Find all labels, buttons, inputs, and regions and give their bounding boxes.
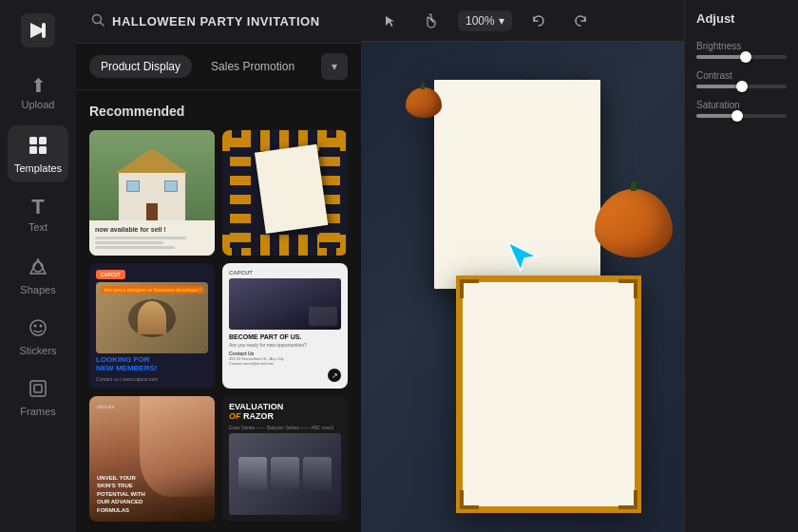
pumpkin-small <box>406 87 442 118</box>
svg-rect-1 <box>42 23 46 38</box>
svg-point-10 <box>40 324 43 327</box>
template-card-evaluation[interactable]: EVALUATIONOF RAZOR Draw Series —— Babylo… <box>222 396 348 522</box>
svg-marker-17 <box>508 242 537 271</box>
saturation-slider-row: Saturation <box>696 100 787 118</box>
svg-rect-4 <box>29 146 37 154</box>
pumpkin-large <box>595 189 673 257</box>
sidebar-item-label: Stickers <box>19 345 56 356</box>
sidebar-item-text[interactable]: T Text <box>8 186 68 243</box>
svg-rect-3 <box>39 137 47 144</box>
svg-rect-11 <box>30 381 46 396</box>
section-title: Recommended <box>89 104 348 119</box>
filter-product-display[interactable]: Product Display <box>89 55 192 78</box>
svg-rect-12 <box>34 385 42 392</box>
sidebar-item-label: Text <box>28 221 48 233</box>
brightness-slider-row: Brightness <box>696 41 787 59</box>
contrast-slider-row: Contrast <box>696 70 787 88</box>
svg-rect-5 <box>39 146 47 154</box>
filter-bar: Product Display Sales Promotion ▾ <box>76 44 361 90</box>
brightness-fill <box>696 55 746 59</box>
brightness-label: Brightness <box>696 41 787 51</box>
search-query: HALLOWEEN PARTY INVITATION <box>112 14 320 28</box>
main-area: 100% ▾ <box>361 0 684 532</box>
sidebar-item-frames[interactable]: Frames <box>8 369 68 426</box>
sidebar-item-shapes[interactable]: Shapes <box>8 247 68 304</box>
upload-icon: ⬆ <box>30 76 47 95</box>
template-card-beauty[interactable]: UNVEIL YOURSKIN'S TRUEPOTENTIAL WITHOUR … <box>89 396 215 522</box>
saturation-thumb[interactable] <box>732 110 743 122</box>
sidebar-item-upload[interactable]: ⬆ Upload <box>8 65 68 122</box>
search-bar: HALLOWEEN PARTY INVITATION <box>76 0 361 44</box>
template-grid: now available for sell ! <box>89 130 348 522</box>
svg-rect-2 <box>29 137 37 144</box>
frames-icon <box>28 378 48 402</box>
sidebar-item-label: Upload <box>22 99 55 110</box>
redo-button[interactable] <box>565 10 596 32</box>
template-card-halloween[interactable] <box>222 130 348 256</box>
sidebar-item-label: Templates <box>14 162 62 174</box>
sidebar-item-templates[interactable]: Templates <box>8 125 68 182</box>
sidebar-item-label: Frames <box>20 406 55 417</box>
cursor-arrow <box>504 238 542 279</box>
filter-sales-promotion[interactable]: Sales Promotion <box>200 55 306 78</box>
svg-line-14 <box>101 23 104 27</box>
contrast-fill <box>696 85 742 88</box>
filter-dropdown-button[interactable]: ▾ <box>321 53 348 80</box>
zoom-dropdown-icon: ▾ <box>499 14 504 28</box>
contrast-track[interactable] <box>696 85 787 88</box>
adjust-panel: Adjust Brightness Contrast Saturation <box>684 0 798 532</box>
svg-point-9 <box>34 324 37 327</box>
template-card-become[interactable]: CAPCUT BECOME PART OF US. Are you ready … <box>222 263 348 389</box>
shapes-icon <box>28 256 48 280</box>
templates-panel: Recommended now available for sell ! <box>76 90 361 532</box>
text-icon: T <box>31 197 44 218</box>
sidebar-item-label: Shapes <box>20 284 55 295</box>
sidebar: ⬆ Upload Templates T Text Shapes <box>0 0 76 532</box>
brightness-track[interactable] <box>696 55 787 59</box>
cursor-tool-button[interactable] <box>376 10 405 31</box>
brightness-thumb[interactable] <box>740 51 751 63</box>
paper-bordered <box>456 276 641 513</box>
template-card-house[interactable]: now available for sell ! <box>89 130 215 256</box>
stickers-icon <box>28 317 48 341</box>
saturation-label: Saturation <box>696 100 787 110</box>
template-card-jobs[interactable]: CAPCUT Are you a designer or business de… <box>89 263 215 389</box>
hand-tool-button[interactable] <box>416 10 446 32</box>
zoom-level: 100% <box>466 14 495 28</box>
search-icon <box>91 13 104 29</box>
undo-button[interactable] <box>523 10 554 32</box>
contrast-label: Contrast <box>696 70 787 81</box>
saturation-track[interactable] <box>696 114 787 118</box>
app-logo <box>19 11 57 49</box>
templates-icon <box>28 135 48 159</box>
svg-point-8 <box>30 320 46 335</box>
left-panel: HALLOWEEN PARTY INVITATION Product Displ… <box>76 0 361 532</box>
sidebar-item-stickers[interactable]: Stickers <box>8 308 68 365</box>
contrast-thumb[interactable] <box>736 81 748 92</box>
chevron-down-icon: ▾ <box>332 60 337 73</box>
toolbar: 100% ▾ <box>361 0 684 42</box>
adjust-title: Adjust <box>696 11 787 26</box>
canvas-area <box>361 42 684 532</box>
zoom-control[interactable]: 100% ▾ <box>458 10 512 31</box>
